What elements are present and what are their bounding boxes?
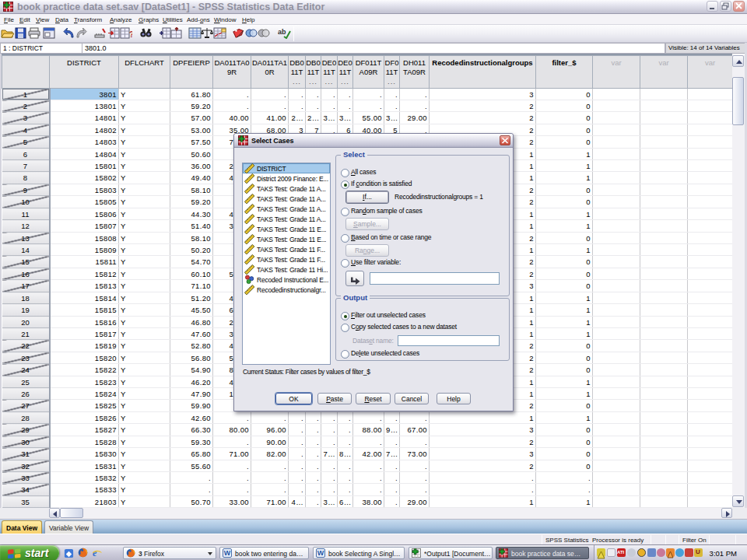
- svg-text:ab: ab: [278, 28, 286, 36]
- svg-text:?: ?: [129, 30, 132, 39]
- svg-text:W: W: [224, 549, 231, 557]
- svg-text:W: W: [317, 549, 324, 557]
